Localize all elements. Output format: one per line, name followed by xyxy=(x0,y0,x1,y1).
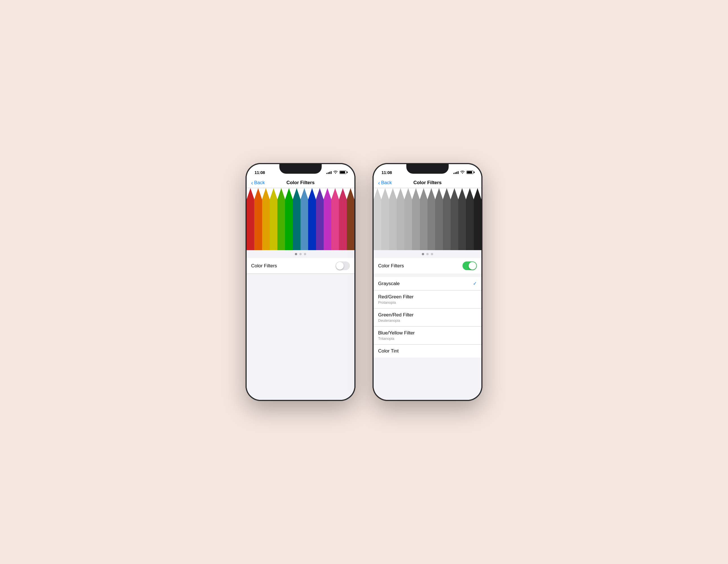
phones-container: 11:08 xyxy=(245,163,483,401)
dot-3 xyxy=(304,253,306,255)
pencil-gray xyxy=(381,188,389,250)
toggle-knob xyxy=(336,262,344,270)
pencil-gray xyxy=(451,188,458,250)
nav-bar-2: ‹ Back Color Filters xyxy=(374,178,481,188)
dot-2-3 xyxy=(431,253,433,255)
color-tint-title: Color Tint xyxy=(378,348,399,354)
blue-yellow-option[interactable]: Blue/Yellow Filter Tritanopia xyxy=(374,326,481,344)
pencil xyxy=(262,188,270,250)
pencil-tip-gray xyxy=(389,188,397,199)
pencil-body-gray xyxy=(381,199,389,250)
pencil-tip xyxy=(277,188,285,199)
pencil-body xyxy=(347,199,354,250)
pencil-tip-gray xyxy=(420,188,427,199)
nav-bar: ‹ Back Color Filters xyxy=(247,178,354,188)
pencil-tip xyxy=(293,188,301,199)
pencil-body xyxy=(301,199,308,250)
settings-content-2: Color Filters Grayscale ✓ Red/Gr xyxy=(374,258,481,400)
status-time: 11:08 xyxy=(255,170,265,175)
pencil xyxy=(293,188,301,250)
dot-2 xyxy=(299,253,302,255)
pencil xyxy=(308,188,316,250)
pencil xyxy=(247,188,254,250)
pencil-body-gray xyxy=(404,199,412,250)
blue-yellow-subtitle: Tritanopia xyxy=(378,336,415,341)
pencil-tip xyxy=(285,188,293,199)
nav-title: Color Filters xyxy=(286,180,315,186)
pencil-tip xyxy=(301,188,308,199)
pencil-gray xyxy=(466,188,473,250)
pencil xyxy=(347,188,354,250)
phone-2-screen: 11:08 xyxy=(374,164,481,400)
color-filters-toggle[interactable] xyxy=(336,262,350,270)
pencil-tip xyxy=(324,188,331,199)
page-indicators-2 xyxy=(374,250,481,258)
pencil-gray xyxy=(397,188,404,250)
wifi-icon xyxy=(333,170,338,175)
pencil xyxy=(316,188,324,250)
pencil-tip-gray xyxy=(381,188,389,199)
pencils-area-2 xyxy=(374,188,481,250)
color-tint-option[interactable]: Color Tint xyxy=(374,344,481,357)
pencil-tip-gray xyxy=(397,188,404,199)
color-filters-row-2: Color Filters xyxy=(374,258,481,274)
pencil-tip xyxy=(331,188,339,199)
pencil-tip-gray xyxy=(412,188,420,199)
pencil-body xyxy=(254,199,262,250)
pencil-body xyxy=(339,199,347,250)
red-green-option[interactable]: Red/Green Filter Protanopia xyxy=(374,290,481,308)
pencil-tip xyxy=(262,188,270,199)
pencil-tip xyxy=(347,188,354,199)
green-red-subtitle: Deuteranopia xyxy=(378,318,414,322)
status-icons xyxy=(326,170,347,175)
color-filters-label-2: Color Filters xyxy=(378,263,404,269)
pencil-gray xyxy=(404,188,412,250)
pencil xyxy=(339,188,347,250)
pencil-body xyxy=(277,199,285,250)
pencil-body xyxy=(270,199,277,250)
color-filters-label: Color Filters xyxy=(251,263,277,269)
pencil-body-gray xyxy=(412,199,420,250)
back-button-2[interactable]: ‹ Back xyxy=(378,180,392,186)
green-red-title: Green/Red Filter xyxy=(378,312,414,318)
phone-1: 11:08 xyxy=(245,163,356,401)
pencil-tip-gray xyxy=(427,188,435,199)
grayscale-option[interactable]: Grayscale ✓ xyxy=(374,277,481,290)
dot-2-1 xyxy=(422,253,424,255)
pencil-body xyxy=(262,199,270,250)
color-filters-toggle-2[interactable] xyxy=(462,262,477,270)
signal-icon-2 xyxy=(453,171,459,174)
pencil-body-gray xyxy=(389,199,397,250)
pencil-tip-gray xyxy=(474,188,481,199)
pencil xyxy=(331,188,339,250)
pencil-body-gray xyxy=(397,199,404,250)
status-time-2: 11:08 xyxy=(381,170,392,175)
battery-icon xyxy=(339,171,347,174)
blue-yellow-text: Blue/Yellow Filter Tritanopia xyxy=(378,330,415,341)
pencil xyxy=(324,188,331,250)
notch-2 xyxy=(406,164,449,174)
pencil-tip xyxy=(339,188,347,199)
battery-icon-2 xyxy=(466,171,473,174)
nav-title-2: Color Filters xyxy=(413,180,442,186)
pencil-body xyxy=(285,199,293,250)
signal-icon xyxy=(326,171,332,174)
pencil-tip-gray xyxy=(458,188,466,199)
pencil-body xyxy=(308,199,316,250)
pencils-row xyxy=(247,188,354,250)
back-chevron-icon-2: ‹ xyxy=(378,180,380,186)
pencil-tip xyxy=(308,188,316,199)
pencils-row-2 xyxy=(374,188,481,250)
section-gap-1 xyxy=(374,274,481,277)
pencil xyxy=(285,188,293,250)
red-green-text: Red/Green Filter Protanopia xyxy=(378,294,414,304)
pencil-gray xyxy=(443,188,451,250)
green-red-option[interactable]: Green/Red Filter Deuteranopia xyxy=(374,308,481,326)
pencil-body xyxy=(247,199,254,250)
back-button[interactable]: ‹ Back xyxy=(251,180,265,186)
pencil-body-gray xyxy=(427,199,435,250)
pencil-tip-gray xyxy=(374,188,381,199)
pencil-tip xyxy=(247,188,254,199)
pencil-tip-gray xyxy=(451,188,458,199)
pencil-body-gray xyxy=(443,199,451,250)
